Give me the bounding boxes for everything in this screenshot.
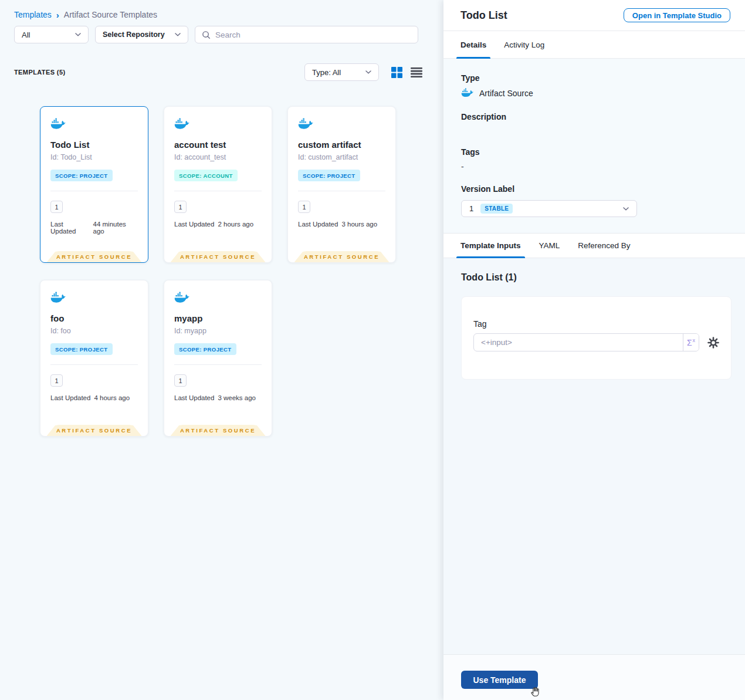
tag-input[interactable] — [473, 333, 699, 351]
description-value — [461, 121, 727, 147]
last-updated: Last Updated3 weeks ago — [174, 394, 262, 401]
template-card-account-test[interactable]: account test Id: account_test SCOPE: ACC… — [164, 106, 272, 263]
artifact-source-ribbon: ARTIFACT SOURCE — [47, 425, 142, 436]
scope-badge: SCOPE: PROJECT — [298, 170, 360, 181]
docker-icon — [174, 292, 262, 304]
template-card-title: foo — [50, 313, 138, 323]
version-count-badge: 1 — [50, 374, 63, 387]
scope-filter-value: All — [22, 31, 30, 39]
template-card-title: custom artifact — [298, 140, 385, 150]
last-updated: Last Updated4 hours ago — [50, 394, 138, 401]
divider — [50, 364, 138, 365]
use-template-button[interactable]: Use Template — [461, 671, 538, 689]
docker-icon — [174, 118, 262, 130]
type-label: Type — [461, 73, 727, 83]
repository-filter-dropdown[interactable]: Select Repository — [95, 26, 188, 43]
description-label: Description — [461, 112, 727, 121]
last-updated: Last Updated44 minutes ago — [50, 221, 138, 235]
list-view-button[interactable] — [411, 67, 422, 77]
tab-template-inputs[interactable]: Template Inputs — [460, 234, 521, 258]
templates-list-panel: Templates › Artifact Source Templates Al… — [0, 0, 443, 700]
chevron-down-icon — [365, 70, 371, 74]
templates-count-label: TEMPLATES (5) — [14, 69, 66, 76]
template-card-foo[interactable]: foo Id: foo SCOPE: PROJECT 1 Last Update… — [40, 280, 148, 437]
template-card-id: Id: Todo_List — [50, 153, 138, 161]
tab-details[interactable]: Details — [460, 31, 486, 58]
tag-label: Tag — [473, 319, 719, 329]
input-settings-gear-icon[interactable] — [707, 337, 719, 349]
scope-badge: SCOPE: PROJECT — [50, 343, 113, 355]
template-card-title: myapp — [174, 313, 262, 323]
scope-badge: SCOPE: ACCOUNT — [174, 170, 238, 181]
tags-label: Tags — [461, 147, 727, 157]
search-input[interactable] — [215, 31, 411, 39]
version-count-badge: 1 — [298, 201, 310, 213]
template-card-grid: Todo List Id: Todo_List SCOPE: PROJECT 1… — [40, 106, 396, 437]
artifact-source-ribbon: ARTIFACT SOURCE — [171, 425, 266, 436]
artifact-source-ribbon: ARTIFACT SOURCE — [47, 251, 142, 262]
version-select-dropdown[interactable]: 1 STABLE — [461, 200, 637, 217]
repository-filter-value: Select Repository — [103, 31, 165, 39]
docker-icon — [50, 118, 138, 130]
breadcrumb: Templates › Artifact Source Templates — [14, 10, 157, 19]
search-icon — [202, 31, 211, 39]
template-card-title: Todo List — [50, 140, 138, 150]
open-in-template-studio-button[interactable]: Open in Template Studio — [624, 8, 730, 22]
expression-sigma-button[interactable]: Σx — [683, 334, 699, 351]
breadcrumb-link-templates[interactable]: Templates — [14, 10, 52, 19]
version-count-badge: 1 — [174, 201, 187, 213]
tab-activity-log[interactable]: Activity Log — [504, 31, 544, 58]
template-inputs-heading: Todo List (1) — [461, 272, 727, 283]
template-card-title: account test — [174, 140, 262, 150]
divider — [174, 364, 262, 365]
type-filter-value: Type: All — [312, 68, 341, 77]
panel-title: Todo List — [460, 9, 507, 22]
version-value: 1 — [469, 204, 473, 213]
hand-cursor-icon — [530, 685, 542, 698]
template-card-id: Id: custom_artifact — [298, 153, 385, 161]
chevron-down-icon — [75, 33, 81, 36]
divider — [298, 191, 385, 191]
template-card-id: Id: account_test — [174, 153, 262, 161]
breadcrumb-chevron-icon: › — [56, 11, 59, 19]
docker-icon — [461, 88, 474, 98]
scope-badge: SCOPE: PROJECT — [174, 343, 236, 355]
tags-value: - — [461, 162, 727, 171]
version-label: Version Label — [461, 184, 727, 194]
docker-icon — [298, 118, 385, 130]
template-card-id: Id: foo — [50, 327, 138, 335]
divider — [50, 191, 138, 191]
artifact-source-ribbon: ARTIFACT SOURCE — [294, 251, 390, 262]
artifact-source-ribbon: ARTIFACT SOURCE — [171, 251, 266, 262]
template-card-myapp[interactable]: myapp Id: myapp SCOPE: PROJECT 1 Last Up… — [164, 280, 272, 437]
scope-badge: SCOPE: PROJECT — [50, 170, 113, 181]
template-card-id: Id: myapp — [174, 327, 262, 335]
type-value: Artifact Source — [479, 89, 533, 98]
search-box — [195, 26, 418, 43]
stable-badge: STABLE — [480, 204, 513, 214]
template-card-custom-artifact[interactable]: custom artifact Id: custom_artifact SCOP… — [287, 106, 396, 263]
template-inputs-card: Tag Σx — [461, 296, 732, 380]
template-card-todo-list[interactable]: Todo List Id: Todo_List SCOPE: PROJECT 1… — [40, 106, 148, 263]
tab-yaml[interactable]: YAML — [539, 234, 560, 258]
chevron-down-icon — [175, 33, 181, 36]
version-count-badge: 1 — [174, 374, 187, 387]
template-details-drawer: Todo List Open in Template Studio Detail… — [443, 0, 745, 700]
tab-referenced-by[interactable]: Referenced By — [578, 234, 630, 258]
docker-icon — [50, 292, 138, 304]
last-updated: Last Updated2 hours ago — [174, 221, 262, 228]
version-count-badge: 1 — [50, 201, 63, 213]
divider — [174, 191, 262, 191]
scope-filter-dropdown[interactable]: All — [14, 26, 89, 43]
grid-view-button[interactable] — [391, 67, 402, 78]
last-updated: Last Updated3 hours ago — [298, 221, 385, 228]
chevron-down-icon — [623, 207, 629, 211]
type-filter-dropdown[interactable]: Type: All — [304, 63, 379, 81]
breadcrumb-current: Artifact Source Templates — [64, 10, 157, 19]
